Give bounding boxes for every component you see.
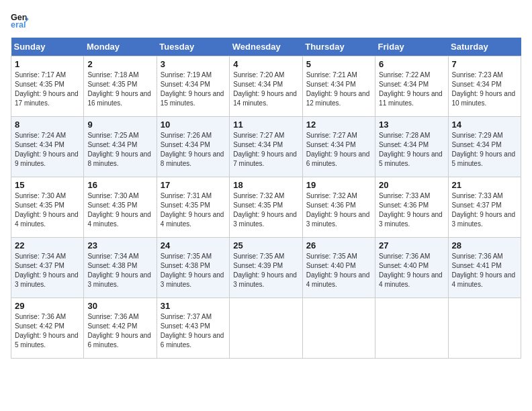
day-info: Sunrise: 7:32 AM Sunset: 4:35 PM Dayligh…: [233, 191, 298, 229]
day-cell-19: 19 Sunrise: 7:32 AM Sunset: 4:36 PM Dayl…: [302, 177, 375, 238]
day-cell-11: 11 Sunrise: 7:27 AM Sunset: 4:34 PM Dayl…: [230, 117, 302, 177]
empty-cell: [230, 298, 302, 359]
day-number: 5: [306, 59, 371, 69]
day-number: 24: [161, 240, 226, 250]
col-header-thursday: Thursday: [302, 38, 375, 56]
day-info: Sunrise: 7:23 AM Sunset: 4:34 PM Dayligh…: [452, 71, 517, 108]
day-number: 7: [452, 59, 517, 69]
svg-text:eral: eral: [11, 20, 26, 30]
empty-cell: [375, 298, 448, 359]
day-cell-17: 17 Sunrise: 7:31 AM Sunset: 4:35 PM Dayl…: [157, 177, 229, 238]
day-cell-5: 5 Sunrise: 7:21 AM Sunset: 4:34 PM Dayli…: [302, 56, 375, 117]
day-info: Sunrise: 7:27 AM Sunset: 4:34 PM Dayligh…: [306, 131, 371, 169]
day-info: Sunrise: 7:36 AM Sunset: 4:42 PM Dayligh…: [15, 312, 80, 350]
day-info: Sunrise: 7:20 AM Sunset: 4:34 PM Dayligh…: [233, 71, 298, 108]
day-cell-31: 31 Sunrise: 7:37 AM Sunset: 4:43 PM Dayl…: [157, 298, 229, 359]
header-row: SundayMondayTuesdayWednesdayThursdayFrid…: [11, 38, 521, 56]
day-number: 29: [15, 301, 80, 311]
col-header-sunday: Sunday: [11, 38, 84, 56]
day-info: Sunrise: 7:29 AM Sunset: 4:34 PM Dayligh…: [452, 131, 517, 169]
col-header-wednesday: Wednesday: [230, 38, 302, 56]
day-info: Sunrise: 7:35 AM Sunset: 4:40 PM Dayligh…: [306, 252, 371, 289]
day-cell-25: 25 Sunrise: 7:35 AM Sunset: 4:39 PM Dayl…: [230, 238, 302, 298]
day-number: 20: [379, 180, 444, 190]
day-cell-2: 2 Sunrise: 7:18 AM Sunset: 4:35 PM Dayli…: [84, 56, 157, 117]
day-cell-4: 4 Sunrise: 7:20 AM Sunset: 4:34 PM Dayli…: [230, 56, 302, 117]
day-cell-3: 3 Sunrise: 7:19 AM Sunset: 4:34 PM Dayli…: [157, 56, 229, 117]
day-number: 4: [233, 59, 298, 69]
day-cell-6: 6 Sunrise: 7:22 AM Sunset: 4:34 PM Dayli…: [375, 56, 448, 117]
day-number: 16: [87, 180, 152, 190]
day-number: 3: [161, 59, 226, 69]
day-number: 9: [87, 120, 152, 130]
day-info: Sunrise: 7:21 AM Sunset: 4:34 PM Dayligh…: [306, 71, 371, 108]
day-number: 25: [233, 240, 298, 250]
day-cell-10: 10 Sunrise: 7:26 AM Sunset: 4:34 PM Dayl…: [157, 117, 229, 177]
day-cell-30: 30 Sunrise: 7:36 AM Sunset: 4:42 PM Dayl…: [84, 298, 157, 359]
day-number: 26: [306, 240, 371, 250]
day-cell-14: 14 Sunrise: 7:29 AM Sunset: 4:34 PM Dayl…: [448, 117, 521, 177]
calendar-week-1: 1 Sunrise: 7:17 AM Sunset: 4:35 PM Dayli…: [11, 56, 521, 117]
day-info: Sunrise: 7:17 AM Sunset: 4:35 PM Dayligh…: [15, 71, 80, 108]
day-info: Sunrise: 7:34 AM Sunset: 4:38 PM Dayligh…: [87, 252, 152, 289]
day-info: Sunrise: 7:25 AM Sunset: 4:34 PM Dayligh…: [87, 131, 152, 169]
day-number: 8: [15, 120, 80, 130]
day-info: Sunrise: 7:36 AM Sunset: 4:41 PM Dayligh…: [452, 252, 517, 289]
day-number: 1: [15, 59, 80, 69]
day-info: Sunrise: 7:18 AM Sunset: 4:35 PM Dayligh…: [87, 71, 152, 108]
day-cell-1: 1 Sunrise: 7:17 AM Sunset: 4:35 PM Dayli…: [11, 56, 84, 117]
logo: Gen eral: [11, 11, 32, 30]
day-number: 15: [15, 180, 80, 190]
day-cell-23: 23 Sunrise: 7:34 AM Sunset: 4:38 PM Dayl…: [84, 238, 157, 298]
day-info: Sunrise: 7:22 AM Sunset: 4:34 PM Dayligh…: [379, 71, 444, 108]
day-number: 10: [161, 120, 226, 130]
day-cell-12: 12 Sunrise: 7:27 AM Sunset: 4:34 PM Dayl…: [302, 117, 375, 177]
day-info: Sunrise: 7:34 AM Sunset: 4:37 PM Dayligh…: [15, 252, 80, 289]
calendar-week-3: 15 Sunrise: 7:30 AM Sunset: 4:35 PM Dayl…: [11, 177, 521, 238]
col-header-friday: Friday: [375, 38, 448, 56]
day-info: Sunrise: 7:31 AM Sunset: 4:35 PM Dayligh…: [161, 191, 226, 229]
day-cell-27: 27 Sunrise: 7:36 AM Sunset: 4:40 PM Dayl…: [375, 238, 448, 298]
day-number: 6: [379, 59, 444, 69]
day-cell-26: 26 Sunrise: 7:35 AM Sunset: 4:40 PM Dayl…: [302, 238, 375, 298]
day-info: Sunrise: 7:30 AM Sunset: 4:35 PM Dayligh…: [87, 191, 152, 229]
day-number: 23: [87, 240, 152, 250]
day-info: Sunrise: 7:26 AM Sunset: 4:34 PM Dayligh…: [161, 131, 226, 169]
day-number: 14: [452, 120, 517, 130]
day-info: Sunrise: 7:27 AM Sunset: 4:34 PM Dayligh…: [233, 131, 298, 169]
day-cell-9: 9 Sunrise: 7:25 AM Sunset: 4:34 PM Dayli…: [84, 117, 157, 177]
calendar-week-4: 22 Sunrise: 7:34 AM Sunset: 4:37 PM Dayl…: [11, 238, 521, 298]
empty-cell: [448, 298, 521, 359]
day-info: Sunrise: 7:37 AM Sunset: 4:43 PM Dayligh…: [161, 312, 226, 350]
day-info: Sunrise: 7:33 AM Sunset: 4:36 PM Dayligh…: [379, 191, 444, 229]
col-header-saturday: Saturday: [448, 38, 521, 56]
calendar-table: SundayMondayTuesdayWednesdayThursdayFrid…: [11, 38, 521, 359]
day-number: 12: [306, 120, 371, 130]
day-number: 18: [233, 180, 298, 190]
day-info: Sunrise: 7:19 AM Sunset: 4:34 PM Dayligh…: [161, 71, 226, 108]
col-header-monday: Monday: [84, 38, 157, 56]
calendar-week-5: 29 Sunrise: 7:36 AM Sunset: 4:42 PM Dayl…: [11, 298, 521, 359]
day-number: 31: [161, 301, 226, 311]
day-cell-21: 21 Sunrise: 7:33 AM Sunset: 4:37 PM Dayl…: [448, 177, 521, 238]
day-number: 28: [452, 240, 517, 250]
day-cell-24: 24 Sunrise: 7:35 AM Sunset: 4:38 PM Dayl…: [157, 238, 229, 298]
day-info: Sunrise: 7:36 AM Sunset: 4:42 PM Dayligh…: [87, 312, 152, 350]
day-info: Sunrise: 7:28 AM Sunset: 4:34 PM Dayligh…: [379, 131, 444, 169]
day-cell-28: 28 Sunrise: 7:36 AM Sunset: 4:41 PM Dayl…: [448, 238, 521, 298]
day-number: 2: [87, 59, 152, 69]
day-number: 30: [87, 301, 152, 311]
day-cell-7: 7 Sunrise: 7:23 AM Sunset: 4:34 PM Dayli…: [448, 56, 521, 117]
day-number: 11: [233, 120, 298, 130]
page-header: Gen eral: [11, 11, 521, 30]
col-header-tuesday: Tuesday: [157, 38, 229, 56]
day-cell-16: 16 Sunrise: 7:30 AM Sunset: 4:35 PM Dayl…: [84, 177, 157, 238]
day-cell-20: 20 Sunrise: 7:33 AM Sunset: 4:36 PM Dayl…: [375, 177, 448, 238]
calendar-week-2: 8 Sunrise: 7:24 AM Sunset: 4:34 PM Dayli…: [11, 117, 521, 177]
day-number: 27: [379, 240, 444, 250]
day-info: Sunrise: 7:24 AM Sunset: 4:34 PM Dayligh…: [15, 131, 80, 169]
day-info: Sunrise: 7:35 AM Sunset: 4:38 PM Dayligh…: [161, 252, 226, 289]
day-number: 22: [15, 240, 80, 250]
day-info: Sunrise: 7:30 AM Sunset: 4:35 PM Dayligh…: [15, 191, 80, 229]
day-number: 19: [306, 180, 371, 190]
